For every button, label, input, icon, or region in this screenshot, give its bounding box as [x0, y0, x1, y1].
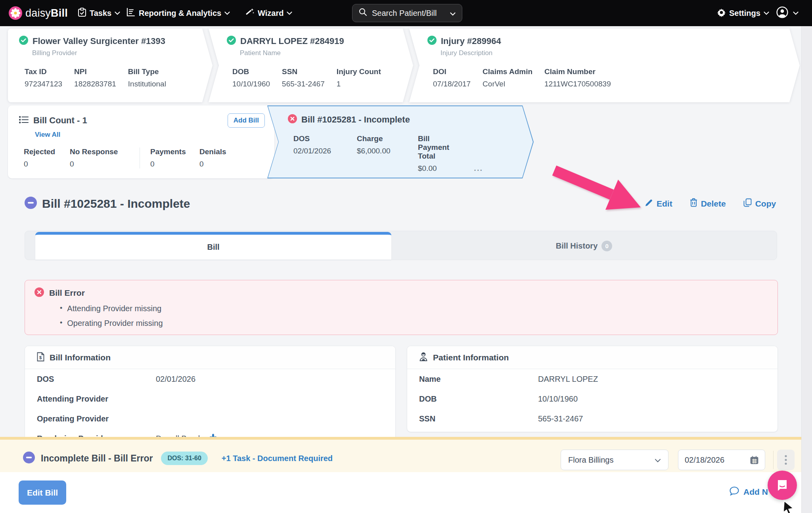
patient-subtitle: Patient Name	[240, 49, 401, 57]
stat-payments: Payments0	[150, 147, 199, 168]
svg-text:$: $	[39, 355, 42, 360]
chevron-down-icon	[224, 10, 230, 17]
gear-icon	[717, 8, 726, 19]
assignee-value: Flora Billings	[568, 456, 613, 465]
nav-item-reporting-analytics[interactable]: Reporting & Analytics	[126, 0, 230, 26]
tab-bill-history[interactable]: Bill History 0	[391, 231, 777, 260]
bill-card-title: Bill #1025281 - Incomplete	[301, 115, 410, 125]
tab-bill[interactable]: Bill	[35, 232, 391, 260]
bill-tabs: Bill Bill History 0	[25, 231, 777, 260]
chevron-down-icon	[764, 10, 769, 17]
bill-count-title: Bill Count - 1	[33, 115, 87, 126]
stat-doi: DOI07/18/2017	[433, 67, 471, 88]
chat-bubble-icon	[730, 486, 739, 498]
annotation-arrow	[547, 162, 658, 225]
stat-bill-payment-total: Bill Payment Total$0.00	[418, 134, 460, 173]
x-circle-icon	[288, 114, 297, 125]
minus-circle-icon	[25, 197, 37, 211]
kebab-icon	[785, 455, 787, 465]
row-name: NameDARRYL LOPEZ	[407, 369, 778, 389]
brand-name: daisyBill	[25, 7, 68, 19]
breadcrumb-card-billing-provider[interactable]: Flower Valley Surgicenter #1393 Billing …	[8, 29, 213, 102]
row-dos: DOS02/01/2026	[25, 369, 395, 389]
error-item: •Attending Provider missing	[60, 304, 768, 313]
dos-age-badge: DOS: 31-60	[161, 452, 207, 465]
bill-error-box: Bill Error •Attending Provider missing •…	[25, 280, 778, 335]
list-icon	[19, 115, 29, 126]
stat-dos: DOS02/01/2026	[293, 134, 343, 173]
trash-icon	[690, 198, 697, 209]
breadcrumb-card-patient[interactable]: DARRYL LOPEZ #284919 Patient Name DOB10/…	[209, 29, 413, 102]
calendar-icon	[750, 456, 758, 464]
billing-provider-subtitle: Billing Provider	[32, 49, 201, 57]
error-item: •Operating Provider missing	[60, 319, 768, 328]
patient-information-title: Patient Information	[433, 353, 509, 362]
chevron-down-icon	[115, 10, 120, 17]
more-options-button[interactable]	[777, 450, 795, 470]
chat-widget-button[interactable]	[768, 471, 797, 500]
injury-title: Injury #289964	[441, 36, 501, 46]
x-circle-icon	[34, 287, 44, 299]
bill-information-panel: $ Bill Information DOS02/01/2026 Attendi…	[25, 346, 396, 450]
brand[interactable]: daisyBill	[9, 0, 68, 26]
search-patient-bill-button[interactable]: Search Patient/Bill	[352, 4, 462, 22]
copy-link[interactable]: Copy	[743, 198, 776, 209]
more-dots[interactable]: ...	[474, 164, 483, 173]
bill-count-card: Bill Count - 1 Add Bill View All Rejecte…	[8, 105, 274, 178]
account-menu[interactable]	[776, 0, 799, 26]
patient-title: DARRYL LOPEZ #284919	[240, 36, 344, 46]
stat-claim-number: Claim Number1211WC170500839	[544, 67, 611, 88]
clipboard-icon	[78, 8, 86, 19]
daisybill-logo-icon	[9, 6, 22, 20]
row-ssn: SSN565-31-2467	[407, 409, 778, 429]
mouse-cursor	[781, 500, 797, 513]
add-note-link[interactable]: Add N	[730, 486, 768, 498]
stat-charge: Charge$6,000.00	[357, 134, 404, 173]
chevron-down-icon	[450, 9, 456, 18]
minus-circle-icon	[23, 452, 35, 465]
search-icon	[359, 8, 367, 18]
billing-provider-title: Flower Valley Surgicenter #1393	[33, 36, 165, 46]
footer-actions: Edit Bill Add N	[0, 472, 812, 513]
stat-no-response: No Response0	[70, 147, 129, 168]
copy-icon	[743, 198, 752, 209]
check-circle-icon	[19, 36, 28, 46]
stat-bill-type: Bill TypeInstitutional	[128, 67, 166, 88]
due-date-input[interactable]: 02/18/2026	[678, 450, 765, 470]
bill-chevron-card[interactable]: Bill #1025281 - Incomplete DOS02/01/2026…	[267, 105, 534, 178]
edit-link[interactable]: Edit	[645, 199, 672, 209]
error-title: Bill Error	[49, 288, 85, 298]
user-avatar-icon	[776, 6, 788, 20]
breadcrumb-card-injury[interactable]: Injury #289964 Injury Description DOI07/…	[409, 29, 800, 102]
vertical-scrollbar[interactable]	[801, 26, 812, 513]
injury-subtitle: Injury Description	[440, 49, 788, 57]
bill-document-icon: $	[37, 352, 44, 363]
assignee-select[interactable]: Flora Billings	[561, 450, 668, 470]
divider	[140, 147, 140, 168]
row-operating-provider: Operating Provider	[25, 409, 395, 429]
stat-claims-admin: Claims AdminCorVel	[483, 67, 532, 88]
stat-dob: DOB10/10/1960	[232, 67, 270, 88]
chart-icon	[126, 8, 136, 19]
add-bill-button[interactable]: Add Bill	[228, 113, 265, 128]
nav-item-tasks[interactable]: Tasks	[78, 0, 120, 26]
stat-rejected: Rejected0	[24, 147, 70, 168]
chevron-down-icon	[655, 456, 661, 465]
check-circle-icon	[227, 36, 236, 46]
chevron-down-icon	[793, 10, 799, 17]
nav-item-settings[interactable]: Settings	[717, 0, 769, 26]
stat-injury-count: Injury Count1	[337, 67, 381, 88]
task-required-link[interactable]: +1 Task - Document Required	[222, 454, 333, 463]
pencil-icon	[645, 199, 653, 209]
edit-bill-button[interactable]: Edit Bill	[19, 480, 66, 505]
stat-denials: Denials0	[199, 147, 226, 168]
stat-tax-id: Tax ID972347123	[25, 67, 62, 88]
chat-widget-icon	[776, 479, 789, 492]
search-label: Search Patient/Bill	[372, 9, 437, 18]
bill-information-title: Bill Information	[50, 353, 111, 362]
status-text: Incomplete Bill - Bill Error	[41, 453, 153, 464]
nav-item-wizard[interactable]: Wizard	[245, 0, 292, 26]
view-all-link[interactable]: View All	[35, 131, 60, 139]
delete-link[interactable]: Delete	[690, 198, 726, 209]
row-dob: DOB10/10/1960	[407, 389, 778, 409]
